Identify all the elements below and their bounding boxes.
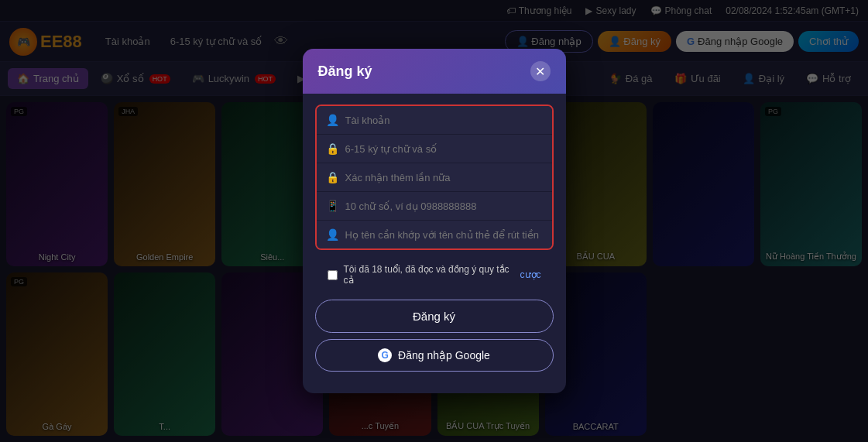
google-g-icon: G (378, 348, 392, 362)
password-field-row: 🔒 (317, 135, 552, 163)
lock-icon: 🔒 (326, 142, 339, 155)
register-modal: Đăng ký ✕ 👤 🔒 🔒 (303, 49, 566, 393)
modal-overlay: Đăng ký ✕ 👤 🔒 🔒 (0, 0, 868, 442)
close-button[interactable]: ✕ (530, 61, 551, 81)
phone-input[interactable] (345, 200, 543, 212)
confirm-password-row: 🔒 (317, 163, 552, 192)
account-input[interactable] (345, 115, 543, 126)
fullname-input[interactable] (345, 229, 543, 241)
person-icon: 👤 (326, 228, 339, 241)
modal-register-button[interactable]: Đăng ký (315, 300, 554, 333)
phone-icon: 📱 (326, 200, 339, 212)
terms-checkbox[interactable] (328, 270, 338, 280)
confirm-password-input[interactable] (345, 172, 543, 183)
modal-title: Đăng ký (318, 63, 372, 80)
terms-text: Tôi đã 18 tuổi, đã đọc và đồng ý quy tắc… (344, 264, 514, 286)
terms-row: Tôi đã 18 tuổi, đã đọc và đồng ý quy tắc… (315, 256, 554, 293)
password-input[interactable] (345, 143, 543, 155)
user-icon: 👤 (326, 114, 339, 126)
account-field-row: 👤 (317, 106, 552, 135)
lock-icon-2: 🔒 (326, 171, 339, 183)
modal-header: Đăng ký ✕ (303, 49, 566, 94)
form-fields-group: 👤 🔒 🔒 📱 (315, 105, 554, 250)
fullname-field-row: 👤 (317, 221, 552, 248)
modal-google-button[interactable]: G Đăng nhập Google (315, 339, 554, 372)
phone-field-row: 📱 (317, 192, 552, 221)
modal-body: 👤 🔒 🔒 📱 (303, 94, 566, 293)
google-btn-label: Đăng nhập Google (398, 349, 490, 361)
terms-link[interactable]: cược (520, 269, 541, 280)
